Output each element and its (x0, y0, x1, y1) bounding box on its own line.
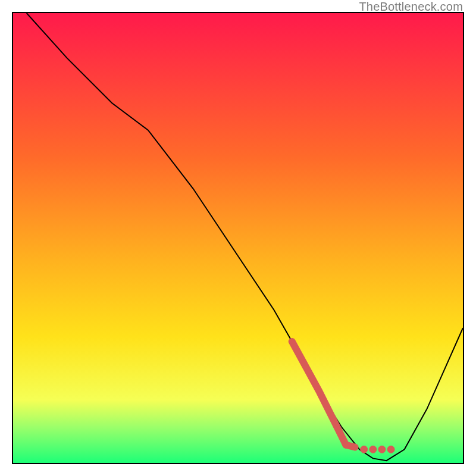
highlight-dot (369, 446, 377, 453)
highlight-dot (387, 446, 394, 453)
bottleneck-curve (27, 13, 463, 461)
highlight-elbow (346, 445, 355, 447)
chart-svg (13, 13, 463, 463)
highlight-dot (361, 446, 368, 453)
highlight-dot (378, 446, 386, 453)
highlight-segment (292, 342, 346, 445)
chart-container: TheBottleneck.com (0, 0, 476, 476)
plot-area (12, 12, 464, 464)
highlight-markers (292, 342, 394, 453)
